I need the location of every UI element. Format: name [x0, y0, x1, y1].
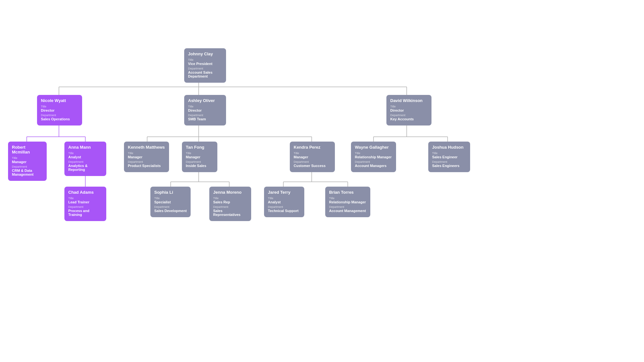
node-chad-adams[interactable]: Chad Adams Title Lead Trainer Department… [64, 187, 106, 221]
node-anna-mann[interactable]: Anna Mann Title Analyst Department Analy… [64, 142, 106, 176]
node-brian-torres[interactable]: Brian Torres Title Relationship Manager … [325, 187, 370, 217]
node-tan-fong[interactable]: Tan Fong Title Manager Department Inside… [182, 142, 217, 172]
node-johnny-clay[interactable]: Johnny Clay Title Vice President Departm… [184, 48, 226, 83]
node-david-wilkinson[interactable]: David Wilkinson Title Director Departmen… [386, 95, 431, 125]
org-chart: Johnny Clay Title Vice President Departm… [0, 0, 644, 362]
node-joshua-hudson[interactable]: Joshua Hudson Title Sales Engineer Depar… [428, 142, 470, 172]
node-jenna-moreno[interactable]: Jenna Moreno Title Sales Rep Department … [209, 187, 251, 221]
node-jared-terry[interactable]: Jared Terry Title Analyst Department Tec… [264, 187, 304, 217]
node-ashley-oliver[interactable]: Ashley Oliver Title Director Department … [184, 95, 226, 125]
node-sophia-li[interactable]: Sophia Li Title Specialist Department Sa… [150, 187, 191, 217]
connectors [0, 0, 644, 362]
node-nicole-wyatt[interactable]: Nicole Wyatt Title Director Department S… [37, 95, 82, 125]
node-kenneth-matthews[interactable]: Kenneth Matthews Title Manager Departmen… [124, 142, 169, 172]
node-wayne-gallagher[interactable]: Wayne Gallagher Title Relationship Manag… [351, 142, 396, 172]
node-robert-mcmillan[interactable]: Robert Mcmillan Title Manager Department… [8, 142, 47, 181]
node-kendra-perez[interactable]: Kendra Perez Title Manager Department Cu… [290, 142, 335, 172]
